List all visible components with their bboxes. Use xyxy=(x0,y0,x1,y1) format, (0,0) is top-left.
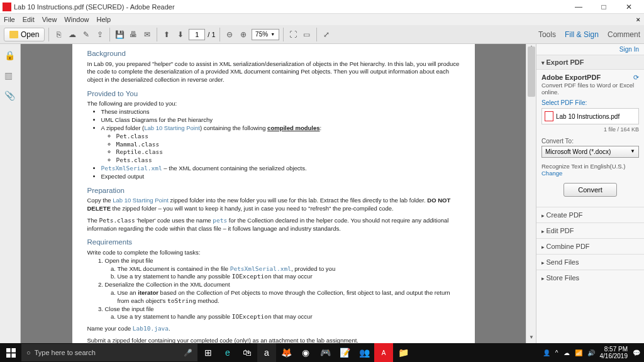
taskbar: ○Type here to search🎤 ⊞ e 🛍 a 🦊 ◉ 🎮 📝 👥 … xyxy=(0,343,644,362)
tray-people-icon[interactable]: 👤 xyxy=(543,349,550,356)
window-title: Lab 10 Instructions.pdf (SECURED) - Adob… xyxy=(14,3,566,11)
zoom-in-icon[interactable]: ⊕ xyxy=(238,29,249,40)
zoom-out-icon[interactable]: ⊖ xyxy=(224,29,235,40)
menu-view[interactable]: View xyxy=(42,16,57,23)
menu-file[interactable]: File xyxy=(4,16,15,23)
change-link[interactable]: Change xyxy=(541,170,639,177)
file-size: 1 file / 164 KB xyxy=(541,126,639,133)
menu-edit[interactable]: Edit xyxy=(23,16,35,23)
store-icon[interactable]: 🛍 xyxy=(238,343,257,362)
open-button[interactable]: Open xyxy=(4,28,45,41)
left-rail: 🔒 ▥ 📎 xyxy=(0,44,21,343)
refresh-icon[interactable]: ⟳ xyxy=(633,74,639,82)
para-req: Write code to complete the following tas… xyxy=(87,249,460,257)
title-bar: Lab 10 Instructions.pdf (SECURED) - Adob… xyxy=(0,0,644,14)
minimize-button[interactable]: — xyxy=(566,3,591,11)
folder-icon xyxy=(9,31,18,38)
read-mode-icon[interactable]: ⤢ xyxy=(321,29,332,40)
notifications-icon[interactable]: 💬 xyxy=(633,349,640,356)
doc-close-button[interactable]: × xyxy=(636,16,640,23)
para-background: In Lab 09, you prepared "helper" code to… xyxy=(87,60,460,84)
sign-icon[interactable]: ✎ xyxy=(80,29,92,40)
send-files-link[interactable]: Send Files xyxy=(536,254,644,270)
mail-icon[interactable]: ✉ xyxy=(142,29,153,40)
taskview-icon[interactable]: ⊞ xyxy=(199,343,218,362)
heading-req: Requirements xyxy=(87,238,460,248)
export-pdf-header[interactable]: Export PDF xyxy=(536,55,644,70)
combine-pdf-link[interactable]: Combine PDF xyxy=(536,238,644,254)
comment-tab[interactable]: Comment xyxy=(608,30,640,39)
clock[interactable]: 8:57 PM4/16/2019 xyxy=(600,346,628,359)
cortana-icon: ○ xyxy=(26,349,31,356)
right-panel: Sign In Export PDF Adobe ExportPDF⟳ Conv… xyxy=(536,44,644,343)
convert-button[interactable]: Convert xyxy=(564,183,617,197)
heading-prep: Preparation xyxy=(87,186,460,196)
tools-tab[interactable]: Tools xyxy=(538,30,556,39)
recognize-text: Recognize Text in English(U.S.) xyxy=(541,163,639,170)
adobe-logo-icon xyxy=(3,3,11,11)
para-provided: The following are provided to you: xyxy=(87,100,460,108)
zoom-select[interactable]: 75%▼ xyxy=(252,29,279,40)
tray-expand-icon[interactable]: ^ xyxy=(555,349,558,356)
scroll-down-arrow[interactable]: ▼ xyxy=(526,334,536,343)
explorer-icon[interactable]: 📁 xyxy=(394,343,413,362)
fit-width-icon[interactable]: ⛶ xyxy=(287,29,299,40)
fillsign-tab[interactable]: Fill & Sign xyxy=(565,30,599,39)
svg-rect-1 xyxy=(11,348,16,353)
close-button[interactable]: ✕ xyxy=(616,3,641,11)
page-down-icon[interactable]: ⬇ xyxy=(175,29,186,40)
heading-background: Background xyxy=(87,49,460,59)
page-input[interactable] xyxy=(189,29,205,40)
adobe-icon[interactable]: A xyxy=(374,343,393,362)
attachments-icon[interactable]: 📎 xyxy=(4,90,16,102)
discord-icon[interactable]: 🎮 xyxy=(316,343,335,362)
firefox-icon[interactable]: 🦊 xyxy=(277,343,296,362)
para-prep1: Copy the Lab 10 Starting Point zipped fo… xyxy=(87,197,460,213)
para-submit: Submit a zipped folder containing your c… xyxy=(87,337,460,343)
heading-provided: Provided to You xyxy=(87,89,460,99)
save-icon[interactable]: 💾 xyxy=(114,29,125,40)
tray-cloud-icon[interactable]: ☁ xyxy=(564,349,570,356)
scroll-thumb[interactable] xyxy=(528,47,535,97)
svg-rect-3 xyxy=(11,353,16,358)
lock-icon[interactable]: 🔒 xyxy=(4,50,16,62)
store-files-link[interactable]: Store Files xyxy=(536,270,644,285)
svg-rect-2 xyxy=(6,353,11,358)
toolbar: Open ⎘ ☁ ✎ ⇪ 💾 🖶 ✉ ⬆ ⬇ / 1 ⊖ ⊕ 75%▼ ⛶ ▭ … xyxy=(0,25,644,44)
pdf-page: Background In Lab 09, you prepared "help… xyxy=(72,44,475,343)
vertical-scrollbar[interactable]: ▲ ▼ xyxy=(526,44,536,343)
maximize-button[interactable]: □ xyxy=(591,3,616,11)
export-icon[interactable]: ⇪ xyxy=(94,29,106,40)
amazon-icon[interactable]: a xyxy=(257,343,276,362)
select-file-label: Select PDF File: xyxy=(541,99,639,106)
wordpad-icon[interactable]: 📝 xyxy=(335,343,354,362)
teams-icon[interactable]: 👥 xyxy=(355,343,374,362)
cloud-icon[interactable]: ☁ xyxy=(67,29,78,40)
format-select[interactable]: Microsoft Word (*.docx)▼ xyxy=(541,146,639,158)
para-name: Name your code Lab10.java. xyxy=(87,325,460,333)
page-total: / 1 xyxy=(208,31,215,38)
menu-help[interactable]: Help xyxy=(96,16,111,23)
search-box[interactable]: ○Type here to search🎤 xyxy=(21,344,197,361)
start-button[interactable] xyxy=(0,343,21,362)
selected-file[interactable]: Lab 10 Instructions.pdf xyxy=(541,108,639,124)
create-pdf-link[interactable]: Create PDF xyxy=(536,207,644,222)
mic-icon[interactable]: 🎤 xyxy=(184,349,192,357)
menu-bar: File Edit View Window Help × xyxy=(0,14,644,25)
para-prep2: The Pets.class 'helper' code uses the na… xyxy=(87,217,460,233)
document-area[interactable]: Background In Lab 09, you prepared "help… xyxy=(21,44,526,343)
edit-pdf-link[interactable]: Edit PDF xyxy=(536,222,644,238)
provided-list: These instructions UML Class Diagrams fo… xyxy=(101,108,460,180)
tray-sound-icon[interactable]: 🔊 xyxy=(587,349,595,356)
menu-window[interactable]: Window xyxy=(64,16,89,23)
page-up-icon[interactable]: ⬆ xyxy=(161,29,172,40)
steam-icon[interactable]: ◉ xyxy=(296,343,315,362)
print-icon[interactable]: 🖶 xyxy=(128,29,139,40)
chevron-down-icon: ▼ xyxy=(630,148,635,155)
edge-icon[interactable]: e xyxy=(218,343,237,362)
create-pdf-icon[interactable]: ⎘ xyxy=(53,29,64,40)
signin-link[interactable]: Sign In xyxy=(536,44,644,55)
thumbnails-icon[interactable]: ▥ xyxy=(4,70,16,82)
fit-page-icon[interactable]: ▭ xyxy=(301,29,313,40)
tray-wifi-icon[interactable]: 📶 xyxy=(575,349,582,356)
